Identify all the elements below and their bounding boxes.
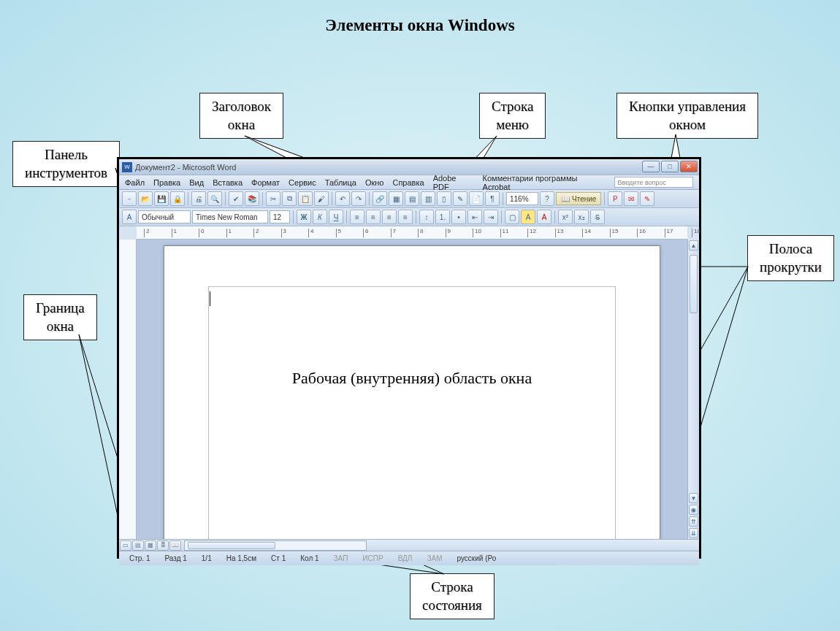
document-area: Рабочая (внутренняя) область окна ▲ ▼ ◉ … xyxy=(119,240,699,539)
print-icon[interactable]: 🖨 xyxy=(191,191,206,206)
menu-view[interactable]: Вид xyxy=(189,178,204,187)
insert-table-icon[interactable]: ▤ xyxy=(405,191,419,206)
status-col: Кол 1 xyxy=(296,554,323,562)
status-at: На 1,5см xyxy=(222,554,261,562)
new-doc-icon[interactable]: ▫ xyxy=(122,191,137,206)
view-web-icon[interactable]: ▤ xyxy=(132,540,144,551)
style-combo[interactable]: Обычный xyxy=(138,210,191,223)
tables-borders-icon[interactable]: ▦ xyxy=(389,191,403,206)
horizontal-scrollbar[interactable] xyxy=(184,540,367,551)
redo-icon[interactable]: ↷ xyxy=(351,191,366,206)
menu-acrobat-comments[interactable]: Комментарии программы Acrobat xyxy=(483,174,606,191)
decrease-indent-icon[interactable]: ⇤ xyxy=(467,210,482,224)
status-page: Стр. 1 xyxy=(125,554,154,562)
callout-title-bar: Заголовок окна xyxy=(199,93,283,139)
browse-object-icon[interactable]: ◉ xyxy=(689,505,698,515)
scroll-track[interactable] xyxy=(688,251,699,492)
word-window: W Документ2 - Microsoft Word — □ ✕ Файл … xyxy=(117,157,701,559)
maximize-button[interactable]: □ xyxy=(661,161,679,172)
open-icon[interactable]: 📂 xyxy=(138,191,153,206)
view-print-icon[interactable]: ▦ xyxy=(145,540,156,551)
excel-icon[interactable]: ▥ xyxy=(421,191,435,206)
status-lang[interactable]: русский (Ро xyxy=(452,554,500,562)
cut-icon[interactable]: ✂ xyxy=(266,191,280,206)
status-ext[interactable]: ВДЛ xyxy=(394,554,417,562)
view-reading-icon[interactable]: 📖 xyxy=(169,540,181,551)
menu-tools[interactable]: Сервис xyxy=(289,178,316,187)
underline-button[interactable]: Ч xyxy=(329,210,343,224)
superscript-icon[interactable]: x² xyxy=(558,210,573,224)
help-question-box[interactable]: Введите вопрос xyxy=(614,177,693,188)
menu-insert[interactable]: Вставка xyxy=(213,178,243,187)
doc-map-icon[interactable]: 📄 xyxy=(469,191,484,206)
drawing-icon[interactable]: ✎ xyxy=(453,191,467,206)
research-icon[interactable]: 📚 xyxy=(245,191,259,206)
pdf-convert-icon[interactable]: P xyxy=(608,191,622,206)
close-button[interactable]: ✕ xyxy=(680,161,698,172)
minimize-button[interactable]: — xyxy=(642,161,660,172)
print-preview-icon[interactable]: 🔍 xyxy=(207,191,222,206)
subscript-icon[interactable]: x₂ xyxy=(574,210,589,224)
next-page-icon[interactable]: ⇊ xyxy=(689,528,698,538)
title-bar[interactable]: W Документ2 - Microsoft Word — □ ✕ xyxy=(119,159,699,175)
zoom-combo[interactable]: 116% xyxy=(506,192,538,205)
align-center-icon[interactable]: ≡ xyxy=(366,210,381,224)
spelling-icon[interactable]: ✔ xyxy=(229,191,243,206)
bullets-icon[interactable]: • xyxy=(451,210,466,224)
help-icon[interactable]: ? xyxy=(540,191,554,206)
align-right-icon[interactable]: ≡ xyxy=(382,210,397,224)
view-outline-icon[interactable]: ≣ xyxy=(157,540,169,551)
menu-adobe-pdf[interactable]: Adobe PDF xyxy=(433,174,474,191)
styles-pane-icon[interactable]: A xyxy=(122,210,137,224)
status-rec[interactable]: ЗАП xyxy=(329,554,353,562)
font-combo[interactable]: Times New Roman xyxy=(192,210,268,223)
document-page[interactable]: Рабочая (внутренняя) область окна xyxy=(164,245,660,539)
strikethrough-icon[interactable]: S̶ xyxy=(590,210,605,224)
menu-file[interactable]: Файл xyxy=(125,178,145,187)
callout-menu-bar: Строка меню xyxy=(479,93,546,139)
copy-icon[interactable]: ⧉ xyxy=(282,191,297,206)
numbering-icon[interactable]: 1. xyxy=(435,210,450,224)
horizontal-ruler[interactable]: 210123456789101112131415161718 xyxy=(137,226,687,240)
bold-button[interactable]: Ж xyxy=(297,210,311,224)
menu-edit[interactable]: Правка xyxy=(153,178,180,187)
svg-line-5 xyxy=(79,334,121,467)
save-icon[interactable]: 💾 xyxy=(154,191,169,206)
font-color-icon[interactable]: A xyxy=(537,210,551,224)
hscroll-thumb[interactable] xyxy=(188,542,275,549)
scroll-down-icon[interactable]: ▼ xyxy=(689,493,698,503)
svg-line-6 xyxy=(79,334,121,529)
columns-icon[interactable]: ▯ xyxy=(437,191,451,206)
scroll-thumb[interactable] xyxy=(690,255,698,313)
reading-layout-button[interactable]: 📖Чтение xyxy=(556,192,601,205)
italic-button[interactable]: К xyxy=(313,210,327,224)
menu-help[interactable]: Справка xyxy=(392,178,424,187)
increase-indent-icon[interactable]: ⇥ xyxy=(484,210,498,224)
pdf-review-icon[interactable]: ✎ xyxy=(640,191,654,206)
callout-window-controls: Кнопки управления окном xyxy=(616,93,758,139)
hyperlink-icon[interactable]: 🔗 xyxy=(373,191,387,206)
align-left-icon[interactable]: ≡ xyxy=(350,210,364,224)
view-normal-icon[interactable]: ▭ xyxy=(120,540,131,551)
font-size-combo[interactable]: 12 xyxy=(270,210,290,223)
format-painter-icon[interactable]: 🖌 xyxy=(314,191,329,206)
highlight-icon[interactable]: A xyxy=(521,210,535,224)
vertical-ruler[interactable] xyxy=(119,240,137,539)
scroll-up-icon[interactable]: ▲ xyxy=(689,240,698,251)
menu-table[interactable]: Таблица xyxy=(325,178,356,187)
vertical-scrollbar[interactable]: ▲ ▼ ◉ ⇈ ⇊ xyxy=(687,240,699,539)
paste-icon[interactable]: 📋 xyxy=(298,191,313,206)
undo-icon[interactable]: ↶ xyxy=(335,191,350,206)
status-ovr[interactable]: ЗАМ xyxy=(422,554,446,562)
status-trk[interactable]: ИСПР xyxy=(358,554,387,562)
menu-window[interactable]: Окно xyxy=(365,178,384,187)
menu-format[interactable]: Формат xyxy=(251,178,280,187)
align-justify-icon[interactable]: ≡ xyxy=(398,210,413,224)
prev-page-icon[interactable]: ⇈ xyxy=(689,516,698,527)
permission-icon[interactable]: 🔒 xyxy=(170,191,185,206)
pdf-email-icon[interactable]: ✉ xyxy=(624,191,638,206)
line-spacing-icon[interactable]: ↕ xyxy=(419,210,434,224)
show-hide-icon[interactable]: ¶ xyxy=(485,191,500,206)
word-app-icon: W xyxy=(122,162,132,172)
borders-icon[interactable]: ▢ xyxy=(505,210,519,224)
